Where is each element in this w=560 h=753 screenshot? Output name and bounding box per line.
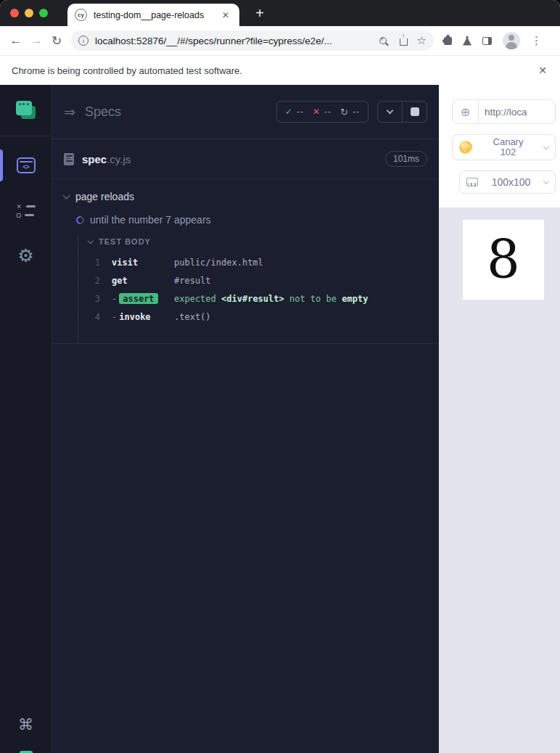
new-tab-button[interactable]: + [250, 3, 270, 23]
command-row[interactable]: 4 -invoke .text() [78, 308, 427, 326]
cypress-logo-icon[interactable] [16, 101, 36, 120]
bookmark-star-icon[interactable]: ☆ [417, 34, 427, 47]
command-dash: - [112, 312, 117, 322]
test-body-label: TEST BODY [99, 237, 151, 246]
minimize-window-button[interactable] [25, 9, 33, 17]
command-number: 2 [78, 276, 100, 286]
tab-close-icon[interactable]: ✕ [219, 9, 232, 22]
crosshair-icon: ⊕ [461, 105, 470, 119]
sidebar: <> ✕ ⚙ ⌘ [0, 85, 52, 753]
command-method: -invoke [112, 312, 174, 322]
stop-icon [411, 107, 419, 116]
selector-playground-button[interactable]: ⊕ [453, 100, 479, 123]
close-window-button[interactable] [10, 9, 19, 17]
specs-title: Specs [85, 104, 276, 120]
toolbar-extensions: ⋮ [444, 32, 542, 49]
back-icon[interactable]: ← [6, 30, 26, 51]
runner-panel: ⇒ Specs ✓ -- ✕ -- ↻ -- [52, 85, 439, 753]
chrome-menu-icon[interactable]: ⋮ [531, 34, 542, 47]
test-row[interactable]: until the number 7 appears [76, 213, 427, 227]
stop-button[interactable] [403, 102, 427, 122]
spec-file-icon [64, 153, 74, 165]
banner-close-icon[interactable]: ✕ [535, 63, 550, 78]
address-bar[interactable]: i localhost:52876/__/#/specs/runner?file… [71, 30, 434, 51]
collapse-caret-icon[interactable] [63, 192, 70, 199]
profile-avatar[interactable] [503, 32, 520, 49]
traffic-lights [10, 9, 48, 17]
specs-list-icon[interactable]: ⇒ [64, 104, 75, 120]
assert-text: not to be [289, 294, 337, 304]
browser-name: Canary [493, 136, 524, 147]
command-dash: - [112, 294, 117, 304]
tab-title: testing-dom__page-reloads [94, 10, 219, 20]
zoom-page-icon[interactable] [379, 37, 387, 44]
aut-result-number: 8 [487, 234, 520, 286]
sidebar-item-runs[interactable]: ✕ [0, 196, 52, 225]
runner-header: ⇒ Specs ✓ -- ✕ -- ↻ -- [52, 85, 439, 139]
aut-viewport[interactable]: 8 [463, 220, 544, 300]
ruler-icon [466, 178, 478, 186]
runs-list-icon: ✕ [17, 204, 36, 218]
command-method-name: invoke [119, 312, 150, 322]
flask-icon[interactable] [463, 36, 472, 46]
command-number: 3 [78, 294, 100, 304]
zoom-window-button[interactable] [39, 9, 48, 17]
command-row[interactable]: 2 get #result [78, 271, 427, 289]
suite-row[interactable]: page reloads [64, 189, 427, 204]
gear-icon: ⚙ [17, 247, 33, 265]
viewport-selector[interactable]: 100x100 [459, 170, 556, 194]
side-panel-icon[interactable] [482, 37, 492, 45]
aut-url-text[interactable]: http://loca [479, 100, 555, 123]
reload-icon[interactable]: ↻ [46, 30, 67, 51]
site-info-icon[interactable]: i [78, 36, 88, 46]
aut-url-bar[interactable]: ⊕ http://loca [452, 99, 556, 124]
command-message: public/index.html [174, 258, 263, 268]
assert-subject: <div#result> [221, 294, 284, 304]
browser-window: cy testing-dom__page-reloads ✕ + ← → ↻ i… [0, 0, 560, 753]
browser-version: 102 [501, 147, 516, 157]
forward-icon[interactable]: → [26, 30, 46, 51]
command-number: 4 [78, 312, 100, 322]
sidebar-item-specs[interactable]: <> [0, 151, 52, 180]
suite-title: page reloads [75, 191, 134, 202]
sidebar-item-settings[interactable]: ⚙ [0, 241, 52, 270]
test-title: until the number 7 appears [90, 214, 211, 226]
aut-controls: ⊕ http://loca Canary 102 100x100 [439, 85, 560, 207]
active-indicator [0, 149, 3, 181]
command-number: 1 [78, 258, 100, 268]
run-options-button[interactable] [378, 102, 402, 122]
command-method: - assert [112, 293, 174, 304]
spec-duration-badge: 101ms [385, 151, 427, 167]
sidebar-item-keyboard-shortcuts[interactable]: ⌘ [0, 710, 52, 739]
browser-tab[interactable]: cy testing-dom__page-reloads ✕ [67, 4, 239, 26]
aut-panel: ⊕ http://loca Canary 102 100x100 [439, 85, 560, 753]
running-count: -- [353, 107, 360, 117]
running-spinner-icon: ↻ [340, 107, 348, 118]
command-row[interactable]: 1 visit public/index.html [78, 253, 427, 271]
chevron-down-icon [543, 143, 549, 149]
sidebar-logo-block [0, 85, 52, 136]
assert-expected: empty [342, 294, 368, 304]
command-key-icon: ⌘ [18, 716, 33, 733]
test-stats: ✓ -- ✕ -- ↻ -- [276, 101, 368, 123]
failed-cross-icon: ✕ [313, 107, 320, 117]
address-url[interactable]: localhost:52876/__/#/specs/runner?file=c… [95, 36, 373, 46]
tab-strip: cy testing-dom__page-reloads ✕ + [0, 0, 560, 26]
share-icon[interactable] [400, 38, 408, 46]
command-message: .text() [174, 312, 211, 322]
test-body-header[interactable]: TEST BODY [78, 236, 427, 247]
passed-check-icon: ✓ [285, 107, 292, 117]
extensions-puzzle-icon[interactable] [444, 37, 452, 45]
assert-text: expected [174, 294, 216, 304]
collapse-caret-icon[interactable] [88, 237, 94, 243]
test-body-section: TEST BODY 1 visit public/index.html 2 ge… [78, 236, 427, 343]
automation-banner-text: Chrome is being controlled by automated … [12, 65, 535, 76]
browser-selector[interactable]: Canary 102 [452, 134, 556, 160]
viewport-size: 100x100 [478, 176, 544, 188]
command-message: #result [174, 276, 211, 286]
spec-file-name: spec.cy.js [82, 153, 385, 165]
spec-name-bold: spec [82, 153, 107, 165]
command-row-assert[interactable]: 3 - assert expected <div#result> not to … [78, 289, 427, 308]
spec-header-row[interactable]: spec.cy.js 101ms [52, 139, 439, 179]
aut-viewport-area: 8 [439, 207, 560, 753]
